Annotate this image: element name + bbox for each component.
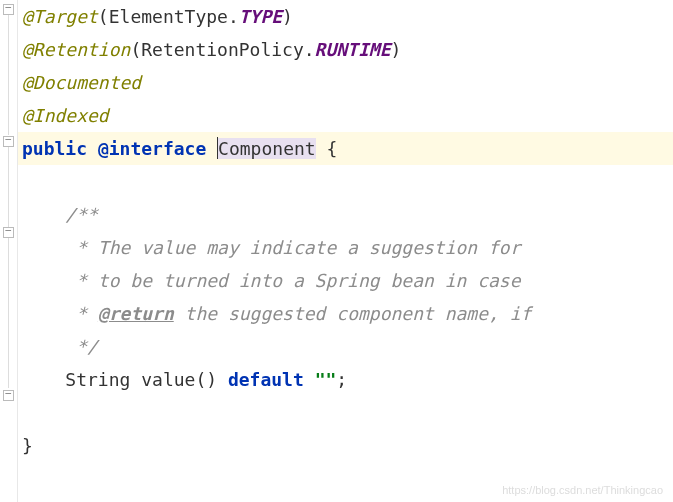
type-ref-token: ElementType. xyxy=(109,6,239,27)
constant-token: RUNTIME xyxy=(315,39,391,60)
annotation-token: @Retention xyxy=(22,39,130,60)
javadoc-token: * to be turned into a Spring bean in cas… xyxy=(76,270,520,291)
paren-token: ( xyxy=(130,39,141,60)
constant-token: TYPE xyxy=(239,6,282,27)
code-line[interactable]: @Documented xyxy=(22,66,673,99)
indent xyxy=(22,204,65,225)
code-line[interactable]: /** xyxy=(22,198,673,231)
javadoc-token: */ xyxy=(76,336,98,357)
fold-line xyxy=(8,238,9,388)
fold-marker-icon[interactable] xyxy=(3,4,14,15)
space xyxy=(206,138,217,159)
space xyxy=(87,138,98,159)
fold-line xyxy=(8,15,9,135)
indent xyxy=(22,369,65,390)
javadoc-token: * The value may indicate a suggestion fo… xyxy=(76,237,520,258)
space xyxy=(316,138,327,159)
code-line-empty[interactable] xyxy=(22,165,673,198)
fold-marker-icon[interactable] xyxy=(3,390,14,401)
indent xyxy=(22,303,76,324)
paren-token: ( xyxy=(98,6,109,27)
brace-token: { xyxy=(327,138,338,159)
code-line-current[interactable]: public @interface Component { xyxy=(18,132,673,165)
code-line[interactable]: } xyxy=(22,429,673,462)
brace-token: } xyxy=(22,435,33,456)
javadoc-star: * xyxy=(76,303,98,324)
javadoc-token: the suggested component name, if xyxy=(174,303,532,324)
text-cursor xyxy=(217,137,218,159)
watermark-text: https://blog.csdn.net/Thinkingcao xyxy=(502,484,663,496)
code-line[interactable]: * to be turned into a Spring bean in cas… xyxy=(22,264,673,297)
keyword-token: public xyxy=(22,138,87,159)
code-line[interactable]: */ xyxy=(22,330,673,363)
indent xyxy=(22,336,76,357)
method-token: value() xyxy=(141,369,228,390)
type-ref-token: String xyxy=(65,369,141,390)
indent xyxy=(22,270,76,291)
paren-token: ) xyxy=(282,6,293,27)
keyword-token: default xyxy=(228,369,304,390)
javadoc-token: /** xyxy=(65,204,98,225)
fold-line xyxy=(8,147,9,227)
code-line[interactable]: String value() default ""; xyxy=(22,363,673,396)
class-name-token: Component xyxy=(218,138,316,159)
code-line[interactable]: @Retention(RetentionPolicy.RUNTIME) xyxy=(22,33,673,66)
javadoc-tag-token: @return xyxy=(98,303,174,324)
annotation-token: @Documented xyxy=(22,72,141,93)
fold-marker-icon[interactable] xyxy=(3,227,14,238)
at-token: @ xyxy=(98,138,109,159)
code-line-empty[interactable] xyxy=(22,396,673,429)
paren-token: ) xyxy=(390,39,401,60)
string-token: "" xyxy=(315,369,337,390)
space xyxy=(304,369,315,390)
indent xyxy=(22,237,76,258)
code-line[interactable]: @Indexed xyxy=(22,99,673,132)
type-ref-token: RetentionPolicy. xyxy=(141,39,314,60)
annotation-token: @Indexed xyxy=(22,105,109,126)
code-line[interactable]: * @return the suggested component name, … xyxy=(22,297,673,330)
editor-gutter xyxy=(0,0,18,502)
code-editor[interactable]: @Target(ElementType.TYPE) @Retention(Ret… xyxy=(18,0,673,462)
semicolon-token: ; xyxy=(336,369,347,390)
keyword-token: interface xyxy=(109,138,207,159)
fold-marker-icon[interactable] xyxy=(3,136,14,147)
annotation-token: @Target xyxy=(22,6,98,27)
code-line[interactable]: @Target(ElementType.TYPE) xyxy=(22,0,673,33)
code-line[interactable]: * The value may indicate a suggestion fo… xyxy=(22,231,673,264)
